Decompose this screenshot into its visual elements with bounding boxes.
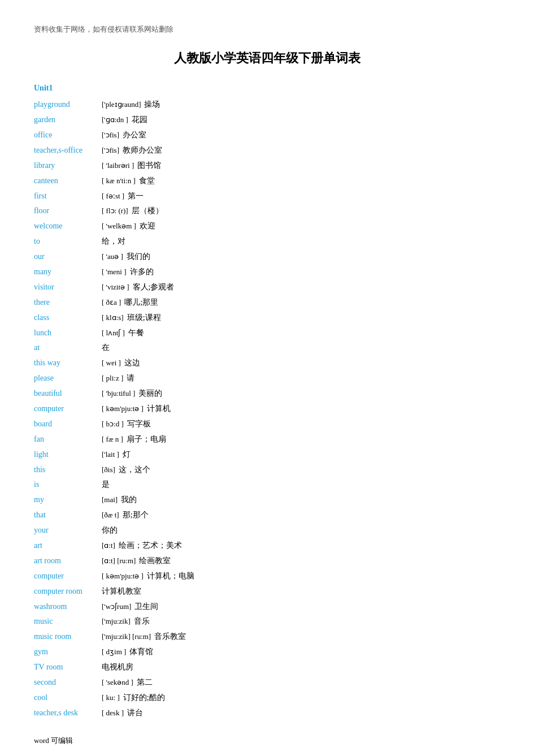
word-chinese: 计算机 xyxy=(147,401,171,416)
word-english: this xyxy=(34,463,102,477)
word-english: fan xyxy=(34,432,102,447)
word-phonetic: [ ku: ] xyxy=(102,691,120,705)
word-row: board[ bɔ:d ]写字板 xyxy=(34,417,500,431)
word-row: please[ pli:z ]请 xyxy=(34,371,500,386)
word-english: beautiful xyxy=(34,386,102,401)
word-phonetic: [ kæ n'ti:n ] xyxy=(102,174,136,188)
word-chinese: 请 xyxy=(127,371,134,386)
word-phonetic: [ɑ:t] xyxy=(102,539,115,552)
word-row: first[ fəːst ]第一 xyxy=(34,189,500,204)
word-chinese: 第一 xyxy=(128,189,144,204)
word-phonetic: ['ɡɑ:dn ] xyxy=(102,113,128,127)
word-chinese: 绘画教室 xyxy=(139,554,171,568)
word-chinese: 美丽的 xyxy=(138,386,162,401)
word-chinese: 图书馆 xyxy=(137,158,161,173)
word-row: teacher,s-office['ɔfis]教师办公室 xyxy=(34,143,500,158)
word-row: is是 xyxy=(34,477,500,492)
word-english: first xyxy=(34,189,102,204)
word-english: music room xyxy=(34,629,102,644)
word-chinese: 扇子；电扇 xyxy=(127,432,166,447)
word-row: this way[ wei ]这边 xyxy=(34,356,500,370)
word-chinese: 食堂 xyxy=(139,174,155,188)
word-english: office xyxy=(34,128,102,142)
word-english: please xyxy=(34,371,102,386)
word-row: my[mai]我的 xyxy=(34,493,500,507)
word-chinese: 操场 xyxy=(144,97,160,112)
word-row: computer[ kəm'pju:tə ]计算机 xyxy=(34,401,500,416)
word-row: library[ 'laibrəri ]图书馆 xyxy=(34,158,500,173)
word-row: TV room电视机房 xyxy=(34,660,500,675)
word-english: that xyxy=(34,508,102,522)
word-phonetic: ['ɔfis] xyxy=(102,128,119,142)
word-row: our[ 'auə ]我们的 xyxy=(34,249,500,264)
word-phonetic: ['pleɪɡraund] xyxy=(102,98,141,111)
word-chinese: 办公室 xyxy=(123,128,146,142)
word-english: TV room xyxy=(34,660,102,675)
word-english: music xyxy=(34,614,102,629)
word-chinese: 订好的;酷的 xyxy=(123,690,165,705)
word-english: second xyxy=(34,675,102,690)
word-chinese: 花园 xyxy=(132,113,147,127)
word-english: washroom xyxy=(34,599,102,614)
word-phonetic: [mai] xyxy=(102,493,118,507)
word-english: garden xyxy=(34,113,102,127)
word-english: welcome xyxy=(34,219,102,234)
word-english: your xyxy=(34,523,102,538)
word-chinese: 这边 xyxy=(124,356,140,370)
word-phonetic: [ 'auə ] xyxy=(102,250,123,263)
word-english: art xyxy=(34,538,102,553)
word-row: garden['ɡɑ:dn ]花园 xyxy=(34,113,500,127)
word-row: beautiful[ 'bju:tiful ]美丽的 xyxy=(34,386,500,401)
word-row: art[ɑ:t]绘画；艺术；美术 xyxy=(34,538,500,553)
word-row: music room['mju:zik] [ru:m]音乐教室 xyxy=(34,629,500,644)
word-phonetic: [ kəm'pju:tə ] xyxy=(102,402,144,416)
word-row: your你的 xyxy=(34,523,500,538)
word-chinese: 计算机教室 xyxy=(102,584,141,599)
word-english: my xyxy=(34,493,102,507)
word-chinese: 计算机；电脑 xyxy=(147,569,194,584)
word-phonetic: [ klɑ:s] xyxy=(102,311,124,325)
unit-label: Unit1 xyxy=(34,81,500,95)
word-chinese: 第二 xyxy=(137,675,153,690)
word-row: light['lait ]灯 xyxy=(34,447,500,462)
word-chinese: 灯 xyxy=(123,447,131,462)
word-row: that[ðæ t]那;那个 xyxy=(34,508,500,522)
word-chinese: 写字板 xyxy=(127,417,151,431)
word-chinese: 客人;参观者 xyxy=(133,280,175,295)
word-english: computer xyxy=(34,569,102,584)
word-phonetic: [ðis] xyxy=(102,463,115,477)
word-phonetic: [ lʌntʃ ] xyxy=(102,326,125,340)
word-chinese: 绘画；艺术；美术 xyxy=(119,538,182,553)
word-row: canteen[ kæ n'ti:n ]食堂 xyxy=(34,174,500,188)
word-phonetic: [ fæ n ] xyxy=(102,433,123,446)
word-phonetic: ['mju:zik] xyxy=(102,615,131,628)
word-phonetic: [ wei ] xyxy=(102,356,121,370)
word-english: visitor xyxy=(34,280,102,295)
word-phonetic: ['lait ] xyxy=(102,448,119,461)
word-phonetic: ['ɔfis] xyxy=(102,144,119,157)
word-chinese: 欢迎 xyxy=(140,219,155,234)
word-phonetic: ['wɔʃrum] xyxy=(102,600,131,614)
word-chinese: 音乐 xyxy=(134,614,150,629)
word-chinese: 层（楼） xyxy=(132,204,163,218)
word-english: gym xyxy=(34,645,102,659)
word-row: welcome[ 'welkəm ]欢迎 xyxy=(34,219,500,234)
word-phonetic: [ 'welkəm ] xyxy=(102,219,136,233)
word-english: cool xyxy=(34,690,102,705)
word-chinese: 哪儿;那里 xyxy=(124,295,158,310)
word-chinese: 电视机房 xyxy=(102,660,133,675)
word-row: to给，对 xyxy=(34,234,500,249)
word-row: lunch[ lʌntʃ ]午餐 xyxy=(34,326,500,340)
word-english: playground xyxy=(34,97,102,112)
word-row: music['mju:zik]音乐 xyxy=(34,614,500,629)
word-phonetic: [ɑ:t] [ru:m] xyxy=(102,554,136,568)
word-row: art room[ɑ:t] [ru:m]绘画教室 xyxy=(34,554,500,568)
word-row: many[ 'meni ]许多的 xyxy=(34,265,500,279)
word-chinese: 这，这个 xyxy=(119,463,150,477)
word-english: library xyxy=(34,158,102,173)
word-phonetic: ['mju:zik] [ru:m] xyxy=(102,630,151,643)
word-row: fan[ fæ n ]扇子；电扇 xyxy=(34,432,500,447)
word-chinese: 卫生间 xyxy=(134,599,158,614)
word-english: class xyxy=(34,310,102,325)
word-row: visitor[ 'vizitə ]客人;参观者 xyxy=(34,280,500,295)
